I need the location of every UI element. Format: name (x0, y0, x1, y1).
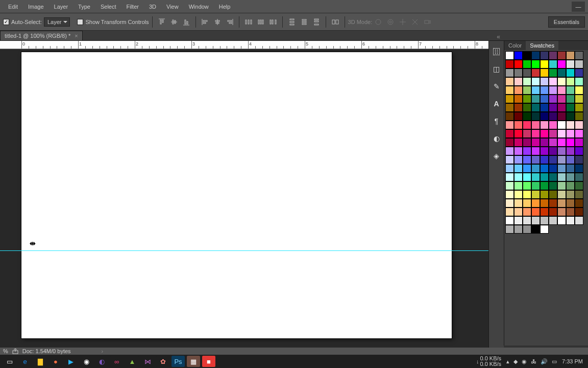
swatch[interactable] (540, 86, 549, 95)
swatch[interactable] (566, 199, 575, 208)
swatch[interactable] (531, 208, 540, 216)
swatch[interactable] (514, 199, 523, 208)
swatch[interactable] (523, 68, 531, 77)
menu-view[interactable]: View (161, 2, 184, 12)
swatch[interactable] (531, 103, 540, 112)
swatch[interactable] (540, 138, 549, 147)
swatch[interactable] (549, 164, 557, 173)
swatch[interactable] (575, 173, 583, 181)
swatch[interactable] (514, 173, 523, 181)
swatch[interactable] (505, 86, 514, 95)
clone-panel-icon[interactable]: ◐ (491, 133, 502, 144)
swatch[interactable] (575, 181, 583, 190)
swatch[interactable] (540, 68, 549, 77)
align-vcenter-icon[interactable] (168, 16, 180, 28)
swatch[interactable] (514, 225, 523, 234)
align-hcenter-icon[interactable] (212, 16, 223, 28)
align-top-icon[interactable] (156, 16, 167, 28)
menu-edit[interactable]: Edit (3, 2, 23, 12)
swatches-grid[interactable] (504, 50, 588, 348)
swatch[interactable] (523, 155, 531, 164)
doc-info-arrow-icon[interactable]: › (102, 348, 104, 354)
swatch[interactable] (505, 51, 514, 60)
swatch[interactable] (575, 112, 583, 121)
swatch[interactable] (566, 216, 575, 225)
swatch[interactable] (540, 181, 549, 190)
swatch[interactable] (505, 208, 514, 216)
swatch[interactable] (531, 225, 540, 234)
swatch[interactable] (549, 129, 557, 138)
swatch[interactable] (505, 216, 514, 225)
swatch[interactable] (557, 112, 566, 121)
swatch[interactable] (575, 86, 583, 95)
swatch[interactable] (557, 181, 566, 190)
brush-panel-icon[interactable]: ✎ (491, 81, 502, 92)
canvas-area[interactable]: 012345678 ⇹ (0, 41, 488, 348)
distribute-v1-icon[interactable] (286, 16, 298, 28)
swatch[interactable] (557, 173, 566, 181)
swatch[interactable] (557, 51, 566, 60)
taskbar-task-view[interactable]: ▭ (3, 356, 16, 367)
swatch[interactable] (505, 199, 514, 208)
swatch[interactable] (514, 68, 523, 77)
swatch[interactable] (531, 164, 540, 173)
swatch[interactable] (540, 95, 549, 103)
swatch[interactable] (566, 77, 575, 86)
tab-color[interactable]: Color (504, 41, 526, 50)
swatch[interactable] (514, 129, 523, 138)
swatch[interactable] (540, 129, 549, 138)
swatch[interactable] (557, 155, 566, 164)
clock[interactable]: 7:33 PM (562, 358, 583, 364)
swatch[interactable] (540, 147, 549, 155)
distribute-h2-icon[interactable] (255, 16, 266, 28)
swatch[interactable] (531, 112, 540, 121)
swatch[interactable] (531, 129, 540, 138)
swatch[interactable] (575, 138, 583, 147)
swatch[interactable] (566, 208, 575, 216)
close-tab-icon[interactable]: × (75, 33, 78, 39)
swatch[interactable] (505, 77, 514, 86)
window-minimize-button[interactable]: — (572, 2, 585, 12)
swatch[interactable] (557, 164, 566, 173)
swatch[interactable] (505, 112, 514, 121)
swatch[interactable] (540, 199, 549, 208)
taskbar-vs[interactable]: ⋈ (141, 356, 154, 367)
swatch[interactable] (549, 121, 557, 129)
swatch[interactable] (575, 164, 583, 173)
swatch[interactable] (557, 103, 566, 112)
swatch[interactable] (575, 103, 583, 112)
swatch[interactable] (540, 190, 549, 199)
layers-panel-icon[interactable]: ◈ (491, 150, 502, 162)
swatch[interactable] (566, 155, 575, 164)
swatch[interactable] (505, 138, 514, 147)
zoom-level[interactable]: % (3, 348, 8, 354)
taskbar-app3[interactable]: ▦ (187, 356, 200, 367)
menu-select[interactable]: Select (95, 2, 121, 12)
menu-help[interactable]: Help (214, 2, 236, 12)
swatch[interactable] (575, 68, 583, 77)
swatch[interactable] (523, 181, 531, 190)
swatch[interactable] (557, 121, 566, 129)
swatch[interactable] (531, 181, 540, 190)
swatch[interactable] (523, 129, 531, 138)
swatch[interactable] (540, 216, 549, 225)
swatch[interactable] (531, 138, 540, 147)
swatch[interactable] (566, 173, 575, 181)
swatch[interactable] (523, 103, 531, 112)
swatch[interactable] (514, 77, 523, 86)
swatch[interactable] (531, 190, 540, 199)
swatch[interactable] (549, 147, 557, 155)
swatch[interactable] (566, 68, 575, 77)
swatch[interactable] (531, 121, 540, 129)
swatch[interactable] (514, 60, 523, 68)
swatch[interactable] (505, 155, 514, 164)
swatch[interactable] (575, 147, 583, 155)
swatch[interactable] (557, 129, 566, 138)
tab-swatches[interactable]: Swatches (526, 41, 558, 50)
swatch[interactable] (575, 121, 583, 129)
swatch[interactable] (523, 138, 531, 147)
swatch[interactable] (531, 199, 540, 208)
horizontal-guide[interactable] (0, 250, 488, 251)
swatch[interactable] (557, 147, 566, 155)
swatch[interactable] (566, 121, 575, 129)
